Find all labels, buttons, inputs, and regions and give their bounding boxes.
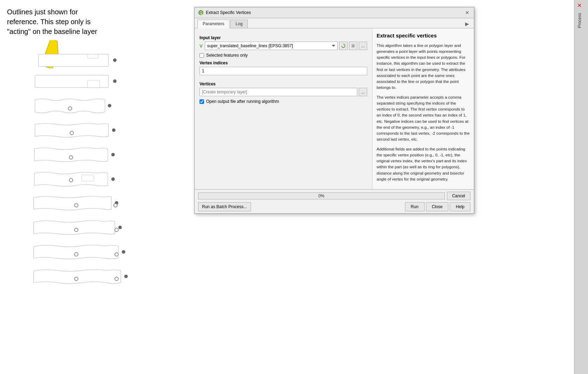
main-buttons-group: Run Close Help <box>405 202 470 211</box>
right-strip-text: Process <box>577 13 582 28</box>
svg-point-18 <box>114 204 117 207</box>
annotation-text: Outlines just shown for reference. This … <box>7 7 97 36</box>
svg-point-10 <box>70 131 74 135</box>
settings-icon <box>351 43 356 48</box>
qgis-icon: Q <box>198 10 204 15</box>
svg-rect-13 <box>82 175 94 181</box>
vertices-row: … <box>200 88 367 96</box>
svg-point-12 <box>69 156 73 159</box>
progress-row: 0% Cancel <box>198 192 470 200</box>
params-area: Input layer V super_translated_baseline_… <box>195 28 372 189</box>
help-title: Extract specific vertices <box>377 32 470 40</box>
svg-point-9 <box>112 128 115 132</box>
svg-point-14 <box>111 177 115 181</box>
svg-rect-2 <box>88 54 98 58</box>
red-x-icon: ✕ <box>577 2 585 9</box>
dialog-body: Input layer V super_translated_baseline_… <box>195 28 474 189</box>
dialog-bottom: 0% Cancel Run as Batch Process... Run Cl… <box>195 189 474 213</box>
dialog-close-button[interactable]: ✕ <box>464 9 470 16</box>
help-paragraph-3: Additional fields are added to the point… <box>377 146 470 183</box>
more-options-button[interactable]: … <box>359 42 367 50</box>
refresh-icon <box>341 43 346 48</box>
svg-rect-5 <box>88 80 100 87</box>
help-button[interactable]: Help <box>450 202 470 211</box>
help-text: This algorithm takes a line or polygon l… <box>377 43 470 183</box>
svg-marker-30 <box>341 46 342 47</box>
settings-button[interactable] <box>349 42 357 50</box>
svg-point-27 <box>115 277 118 281</box>
progress-label: 0% <box>318 193 324 198</box>
svg-point-19 <box>118 226 122 229</box>
input-layer-label: Input layer <box>200 35 367 40</box>
vertices-label: Vertices <box>200 82 367 86</box>
svg-point-26 <box>75 277 78 281</box>
tabs-bar: Parameters Log ▶ <box>195 18 474 28</box>
process-panel-label[interactable]: ✕ Process <box>574 0 588 31</box>
svg-point-3 <box>113 58 117 62</box>
open-output-row: Open output file after running algorithm <box>200 99 367 104</box>
close-button[interactable]: Close <box>426 202 449 211</box>
run-button[interactable]: Run <box>405 202 425 211</box>
help-area: Extract specific vertices This algorithm… <box>372 28 474 189</box>
selected-features-label: Selected features only <box>206 53 248 58</box>
input-layer-dropdown[interactable]: super_translated_baseline_lines [EPSG:38… <box>205 42 338 50</box>
left-background: Outlines just shown for reference. This … <box>0 0 182 374</box>
extract-vertices-dialog: Q Extract Specific Vertices ✕ Parameters… <box>194 7 474 214</box>
svg-point-6 <box>113 79 117 83</box>
open-output-label: Open output file after running algorithm <box>206 99 279 104</box>
dialog-title-text: Extract Specific Vertices <box>206 10 251 15</box>
tab-log[interactable]: Log <box>230 20 248 28</box>
svg-point-21 <box>115 228 118 232</box>
svg-point-11 <box>111 153 115 156</box>
progress-bar: 0% <box>198 192 445 199</box>
vertex-indices-label: Vertex indices <box>200 61 367 65</box>
refresh-layer-button[interactable] <box>339 42 348 50</box>
vertices-options-button[interactable]: … <box>359 88 367 96</box>
help-paragraph-1: This algorithm takes a line or polygon l… <box>377 43 470 91</box>
help-paragraph-2: The vertex indices parameter accepts a c… <box>377 94 470 143</box>
svg-point-24 <box>115 253 118 256</box>
dialog-titlebar: Q Extract Specific Vertices ✕ <box>195 7 474 18</box>
svg-point-20 <box>75 228 78 232</box>
expand-icon[interactable]: ▶ <box>463 20 471 28</box>
svg-point-31 <box>352 45 354 47</box>
svg-point-17 <box>75 204 78 207</box>
open-output-checkbox[interactable] <box>200 99 204 104</box>
selected-features-row: Selected features only <box>200 53 367 58</box>
svg-point-8 <box>68 107 72 110</box>
cancel-button[interactable]: Cancel <box>447 192 470 200</box>
svg-point-25 <box>124 275 128 278</box>
svg-point-22 <box>122 250 125 254</box>
svg-point-15 <box>69 178 73 182</box>
vertex-indices-input[interactable] <box>200 67 367 75</box>
tab-parameters[interactable]: Parameters <box>197 20 230 28</box>
input-layer-row: V super_translated_baseline_lines [EPSG:… <box>200 42 367 50</box>
vector-icon: V <box>200 43 203 49</box>
right-panel-strip: ✕ Process <box>574 0 588 374</box>
vertices-input[interactable] <box>200 88 357 96</box>
baseline-shapes <box>18 51 175 348</box>
dialog-title-group: Q Extract Specific Vertices <box>198 10 251 15</box>
batch-process-button[interactable]: Run as Batch Process... <box>198 202 251 211</box>
svg-point-7 <box>108 104 111 107</box>
svg-point-23 <box>75 253 78 256</box>
svg-text:Q: Q <box>200 10 203 15</box>
selected-features-checkbox[interactable] <box>200 53 204 58</box>
action-buttons-row: Run as Batch Process... Run Close Help <box>198 202 470 211</box>
